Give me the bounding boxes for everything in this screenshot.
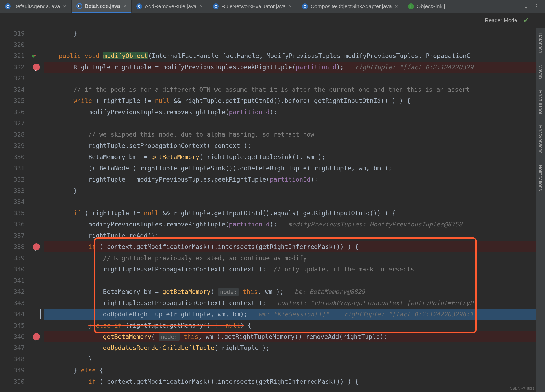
line-number[interactable]: 327 <box>0 118 25 129</box>
code-line[interactable]: } <box>44 353 545 365</box>
editor-tab[interactable]: IObjectSink.j <box>403 0 450 13</box>
line-number[interactable]: 334 <box>0 196 25 207</box>
tab-label: CompositeObjectSinkAdapter.java <box>310 3 392 10</box>
reader-mode-link[interactable]: Reader Mode <box>485 17 517 24</box>
line-number[interactable]: 335 <box>0 207 25 219</box>
code-line[interactable]: rightTuple = modifyPreviousTuples.peekRi… <box>44 174 545 185</box>
editor-tab[interactable]: CDefaultAgenda.java✕ <box>0 0 72 13</box>
line-number[interactable]: 349 <box>0 365 25 376</box>
code-line[interactable]: while ( rightTuple != null && rightTuple… <box>44 95 545 106</box>
code-line[interactable]: doUpdateRightTuple(rightTuple, wm, bm); … <box>44 309 545 320</box>
code-line[interactable]: // RightTuple previously existed, so con… <box>44 252 545 264</box>
code-line[interactable] <box>44 118 545 129</box>
line-number[interactable]: 350 <box>0 376 25 387</box>
line-number[interactable]: 336 <box>0 219 25 230</box>
close-icon[interactable]: ✕ <box>199 4 203 9</box>
line-number[interactable]: 337 <box>0 230 25 241</box>
code-line[interactable]: } else { <box>44 365 545 376</box>
class-icon: C <box>136 3 142 9</box>
line-number[interactable]: 339 <box>0 252 25 264</box>
code-line[interactable]: modifyPreviousTuples.removeRightTuple(pa… <box>44 106 545 118</box>
line-number[interactable]: 330 <box>0 151 25 163</box>
code-line[interactable]: } else if (rightTuple.getMemory() != nul… <box>44 320 545 331</box>
line-number[interactable]: 344 <box>0 309 25 320</box>
close-icon[interactable]: ✕ <box>288 4 292 9</box>
chevron-down-icon[interactable]: ⌄ <box>524 3 528 10</box>
code-line[interactable]: (( BetaNode ) rightTuple.getTupleSink())… <box>44 163 545 174</box>
code-line[interactable]: rightTuple.reAdd(); <box>44 230 545 241</box>
code-line[interactable]: BetaMemory bm = getBetaMemory( node: thi… <box>44 286 545 297</box>
text-caret <box>40 309 41 319</box>
code-area[interactable]: } public void modifyObject(InternalFactH… <box>44 28 545 392</box>
checkmark-icon[interactable]: ✔ <box>523 16 529 25</box>
close-icon[interactable]: ✕ <box>394 4 398 9</box>
line-number[interactable]: 321 <box>0 50 25 62</box>
editor-tab[interactable]: CRuleNetworkEvaluator.java✕ <box>208 0 297 13</box>
database-tool[interactable]: Database <box>535 33 545 53</box>
code-line[interactable] <box>44 73 545 84</box>
line-number[interactable]: 340 <box>0 264 25 275</box>
line-number[interactable]: 342 <box>0 286 25 297</box>
line-number[interactable]: 322 <box>0 62 25 73</box>
line-number[interactable]: 328 <box>0 129 25 140</box>
line-number[interactable]: 323 <box>0 73 25 84</box>
code-line[interactable]: if ( context.getModificationMask().inter… <box>44 241 545 252</box>
code-line[interactable]: rightTuple.setPropagationContext( contex… <box>44 140 545 151</box>
breakpoint-icon[interactable] <box>33 64 40 71</box>
line-number[interactable]: 325 <box>0 95 25 106</box>
code-line[interactable]: } <box>44 185 545 196</box>
tab-label: RuleNetworkEvaluator.java <box>221 3 286 10</box>
class-icon: C <box>213 3 219 9</box>
line-number[interactable]: 319 <box>0 28 25 39</box>
editor-tab[interactable]: CAddRemoveRule.java✕ <box>132 0 208 13</box>
code-line[interactable]: BetaMemory bm = getBetaMemory( rightTupl… <box>44 151 545 163</box>
code-line[interactable]: public void modifyObject(InternalFactHan… <box>44 50 545 62</box>
tab-label: ObjectSink.j <box>417 3 445 10</box>
kebab-icon[interactable] <box>533 2 540 11</box>
line-number[interactable]: 331 <box>0 163 25 174</box>
close-icon[interactable]: ✕ <box>123 3 126 9</box>
editor-tab[interactable]: CBetaNode.java✕ <box>72 0 132 13</box>
breakpoint-icon[interactable] <box>33 333 40 340</box>
notifications-tool[interactable]: Notifications <box>535 165 545 191</box>
code-editor[interactable]: 3193203213223233243253263273283293303313… <box>0 28 545 392</box>
code-line[interactable]: if ( rightTuple != null && rightTuple.ge… <box>44 207 545 219</box>
line-number[interactable]: 347 <box>0 342 25 353</box>
right-tool-strip: DatabaseMavenRestfulToolRestServicesNoti… <box>536 28 545 392</box>
line-number[interactable]: 320 <box>0 39 25 50</box>
close-icon[interactable]: ✕ <box>63 4 67 9</box>
code-line[interactable]: rightTuple.setPropagationContext( contex… <box>44 264 545 275</box>
line-number[interactable]: 343 <box>0 297 25 309</box>
code-line[interactable]: // if the peek is for a different OTN we… <box>44 84 545 95</box>
class-ring-icon: C <box>76 3 82 9</box>
editor-tab[interactable]: CCompositeObjectSinkAdapter.java✕ <box>297 0 403 13</box>
code-line[interactable]: } <box>44 28 545 39</box>
code-line[interactable]: getBetaMemory( node: this, wm ).getRight… <box>44 331 545 342</box>
line-number[interactable]: 326 <box>0 106 25 118</box>
code-line[interactable]: // we skipped this node, due to alpha ha… <box>44 129 545 140</box>
code-line[interactable] <box>44 196 545 207</box>
line-number[interactable]: 341 <box>0 275 25 286</box>
code-line[interactable] <box>44 275 545 286</box>
code-line[interactable]: modifyPreviousTuples.removeRightTuple(pa… <box>44 219 545 230</box>
line-number[interactable]: 324 <box>0 84 25 95</box>
line-number[interactable]: 333 <box>0 185 25 196</box>
line-number[interactable]: 346 <box>0 331 25 342</box>
restful-tool[interactable]: RestfulTool <box>535 90 545 114</box>
line-number[interactable]: 345 <box>0 320 25 331</box>
line-number[interactable]: 329 <box>0 140 25 151</box>
maven-tool[interactable]: Maven <box>535 64 545 79</box>
code-line[interactable]: if ( context.getModificationMask().inter… <box>44 376 545 387</box>
breakpoint-gutter[interactable] <box>30 28 44 392</box>
line-number-gutter[interactable]: 3193203213223233243253263273283293303313… <box>0 28 30 392</box>
code-line[interactable] <box>44 39 545 50</box>
rest-services-tool[interactable]: RestServices <box>535 125 545 153</box>
line-number[interactable]: 332 <box>0 174 25 185</box>
line-number[interactable]: 338 <box>0 241 25 252</box>
breakpoint-icon[interactable] <box>33 243 40 250</box>
code-line[interactable]: doUpdatesReorderChildLeftTuple( rightTup… <box>44 342 545 353</box>
code-line[interactable]: RightTuple rightTuple = modifyPreviousTu… <box>44 62 545 73</box>
override-up-icon[interactable] <box>32 50 37 62</box>
code-line[interactable]: rightTuple.setPropagationContext( contex… <box>44 297 545 309</box>
line-number[interactable]: 348 <box>0 353 25 365</box>
